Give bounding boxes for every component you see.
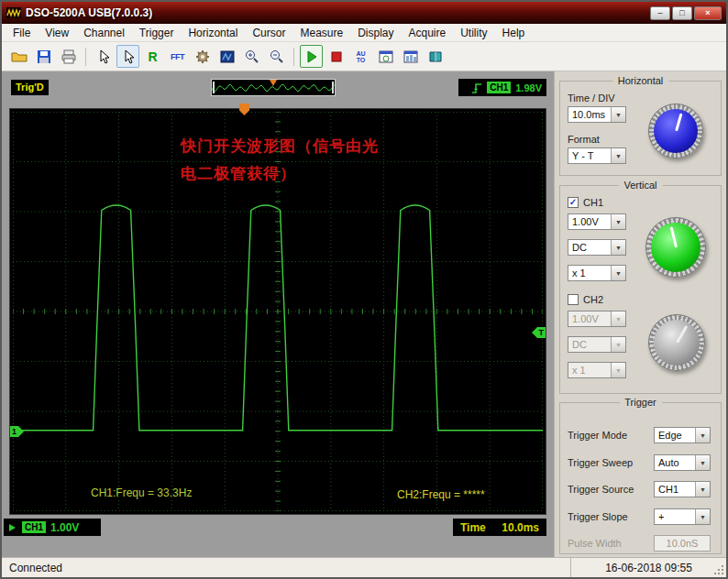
pulse-width-label: Pulse Width: [568, 538, 622, 549]
stop-acquisition-button[interactable]: [325, 45, 347, 68]
vertical-group-title: Vertical: [618, 180, 662, 191]
format-select[interactable]: Y - T▼: [568, 147, 626, 164]
time-div-label: Time / DIV: [568, 93, 615, 104]
chevron-down-icon: ▼: [695, 428, 710, 442]
minimize-button[interactable]: –: [650, 6, 670, 20]
auto-setup-button[interactable]: AUTO: [349, 45, 372, 68]
app-window: DSO-5200A USB(7.0.0.3) – □ × File View C…: [0, 0, 728, 579]
horizontal-group: Horizontal Time / DIV 10.0ms▼ Format Y -…: [559, 81, 722, 176]
chevron-down-icon: ▼: [611, 214, 625, 229]
refresh-button[interactable]: R: [141, 45, 164, 68]
ch2-coupling-select[interactable]: DC▼: [568, 336, 626, 353]
trigger-source-select[interactable]: CH1▼: [654, 481, 711, 497]
auto-label-top: AU: [356, 50, 365, 57]
trigger-mode-label: Trigger Mode: [568, 430, 627, 441]
chevron-down-icon: ▼: [611, 266, 625, 280]
cursor-tool-button[interactable]: [92, 45, 115, 68]
menu-item-display[interactable]: Display: [350, 25, 401, 41]
ch1-badge: CH1: [22, 521, 46, 533]
ch1-probe-value: x 1: [568, 268, 611, 279]
chevron-down-icon: ▼: [695, 509, 710, 524]
status-bar: Connected 16-06-2018 09:55: [2, 557, 726, 577]
ch2-frequency-readout: CH2:Frequ = *****: [397, 488, 485, 501]
menu-item-channel[interactable]: Channel: [76, 25, 132, 41]
toolbar: R FFT AUTO: [2, 42, 726, 71]
open-button[interactable]: [7, 45, 30, 68]
trigger-sweep-select[interactable]: Auto▼: [654, 454, 711, 471]
trigger-source-badge: CH1: [487, 82, 511, 93]
preview-window-right-handle[interactable]: [332, 82, 334, 93]
menu-item-horizontal[interactable]: Horizontal: [181, 25, 245, 41]
fft-button[interactable]: FFT: [166, 45, 189, 68]
menu-item-view[interactable]: View: [38, 25, 76, 41]
time-div-select[interactable]: 10.0ms▼: [568, 106, 626, 123]
resize-grip-icon[interactable]: [713, 564, 725, 576]
measure-button[interactable]: [215, 45, 238, 68]
trigger-source-value: CH1: [655, 484, 695, 495]
horizontal-group-title: Horizontal: [612, 75, 669, 86]
scope-display: 快门开关波形图（信号由光 电二极管获得） CH1:Frequ = 33.3Hz …: [9, 108, 546, 515]
help-book-button[interactable]: [424, 45, 447, 68]
ch1-checkbox[interactable]: ✓: [568, 197, 579, 208]
menu-item-measure[interactable]: Measure: [292, 25, 350, 41]
maximize-button[interactable]: □: [672, 6, 692, 20]
time-div-value: 10.0ms: [568, 109, 611, 120]
menu-item-trigger[interactable]: Trigger: [132, 25, 182, 41]
ch1-position-knob[interactable]: [645, 217, 706, 278]
pointer-select-button[interactable]: [116, 45, 139, 68]
preview-window-left-handle[interactable]: [213, 82, 215, 93]
pulse-width-field[interactable]: 10.0nS: [654, 535, 711, 552]
trigger-mode-select[interactable]: Edge▼: [654, 427, 711, 443]
zoom-in-button[interactable]: [240, 45, 263, 68]
trigger-group: Trigger Trigger Mode Edge▼ Trigger Sweep…: [559, 402, 722, 554]
datetime-display: 16-06-2018 09:55: [570, 558, 726, 577]
chevron-down-icon: ▼: [611, 240, 625, 255]
ch1-probe-select[interactable]: x 1▼: [568, 265, 626, 281]
menu-item-help[interactable]: Help: [495, 25, 533, 41]
print-button[interactable]: [57, 45, 80, 68]
menu-item-utility[interactable]: Utility: [453, 25, 494, 41]
zoom-out-button[interactable]: [265, 45, 288, 68]
time-value: 10.0ms: [502, 521, 539, 534]
horizontal-position-knob[interactable]: [648, 104, 703, 158]
trigger-slope-select[interactable]: +▼: [654, 508, 711, 525]
ch1-volts-select[interactable]: 1.00V▼: [568, 213, 626, 230]
ch2-position-knob[interactable]: [648, 314, 705, 371]
trigger-group-title: Trigger: [619, 397, 661, 408]
app-logo-icon: [6, 7, 21, 18]
ch2-volts-value: 1.00V: [568, 313, 611, 324]
ch2-checkbox[interactable]: [568, 294, 579, 305]
trigger-sweep-value: Auto: [655, 457, 695, 468]
chevron-down-icon: ▼: [611, 107, 625, 122]
ch1-frequency-readout: CH1:Frequ = 33.3Hz: [91, 486, 192, 499]
ch2-probe-select[interactable]: x 1▼: [568, 362, 626, 378]
close-button[interactable]: ×: [694, 6, 722, 20]
annotation-line-1: 快门开关波形图（信号由光: [181, 133, 379, 160]
chevron-down-icon: ▼: [695, 455, 710, 470]
time-label: Time: [460, 521, 486, 534]
ch1-coupling-select[interactable]: DC▼: [568, 239, 626, 256]
trigger-level-value: 1.98V: [515, 82, 542, 93]
refresh-label: R: [148, 49, 157, 64]
trigger-source-label: Trigger Source: [568, 484, 634, 495]
menu-item-file[interactable]: File: [6, 25, 38, 41]
title-bar[interactable]: DSO-5200A USB(7.0.0.3) – □ ×: [2, 2, 726, 24]
start-acquisition-button[interactable]: [300, 45, 323, 68]
ch2-checkbox-label: CH2: [583, 294, 603, 305]
waveform-preview-strip[interactable]: [211, 79, 336, 96]
trigger-slope-label: Trigger Slope: [568, 511, 628, 522]
window-title: DSO-5200A USB(7.0.0.3): [26, 6, 650, 19]
vertical-group: Vertical ✓ CH1 1.00V▼ DC▼ x 1▼ CH2: [559, 185, 722, 394]
settings-gear-button[interactable]: [191, 45, 214, 68]
ch2-volts-select[interactable]: 1.00V▼: [568, 311, 626, 327]
auto-label-bottom: TO: [357, 57, 366, 63]
self-calibration-button[interactable]: [374, 45, 397, 68]
menu-item-cursor[interactable]: Cursor: [245, 25, 292, 41]
ch1-scale-value: 1.00V: [50, 521, 79, 534]
ch1-checkbox-label: CH1: [583, 197, 603, 208]
menu-item-acquire[interactable]: Acquire: [402, 25, 454, 41]
save-button[interactable]: [32, 45, 55, 68]
trigger-mode-value: Edge: [655, 430, 695, 441]
window-layout-button[interactable]: [399, 45, 422, 68]
trigger-slope-value: +: [655, 511, 695, 522]
